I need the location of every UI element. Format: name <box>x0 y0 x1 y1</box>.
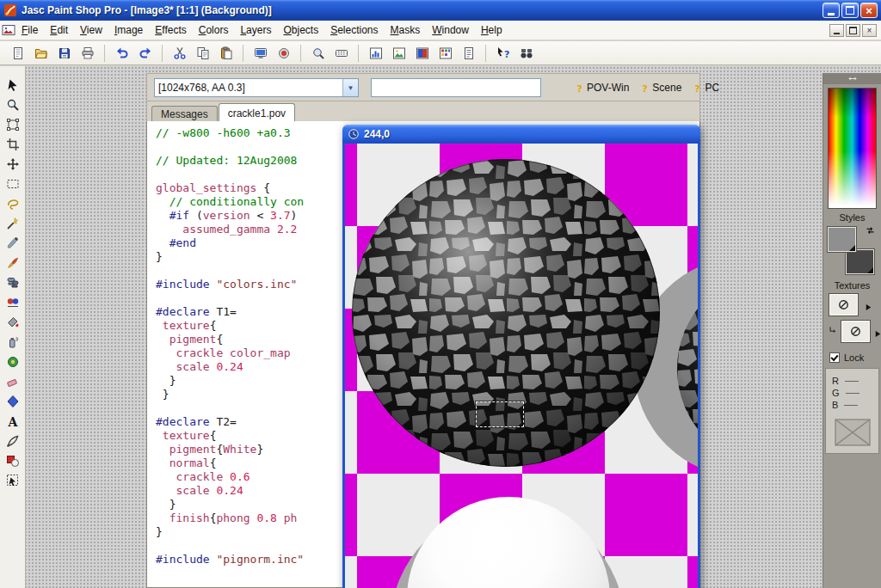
swap-colors-icon[interactable] <box>865 225 877 237</box>
image-window-titlebar[interactable]: 244,0 <box>342 125 700 144</box>
flood-fill-tool[interactable] <box>2 312 24 332</box>
layers-button[interactable] <box>434 43 456 64</box>
menu-layers[interactable]: Layers <box>234 21 277 39</box>
foreground-style-swatch[interactable] <box>828 227 856 252</box>
close-button[interactable]: × <box>860 3 878 18</box>
flyout-arrow-icon[interactable] <box>873 327 881 336</box>
background-texture-swatch[interactable] <box>841 321 870 342</box>
object-selector-tool[interactable] <box>2 470 24 490</box>
paintbrush-tool[interactable] <box>2 253 24 273</box>
color-replacer-tool[interactable] <box>2 292 24 312</box>
scene-button[interactable]: ?Scene <box>638 82 683 95</box>
new-button[interactable] <box>7 43 28 64</box>
script-button[interactable] <box>458 43 479 64</box>
menu-file[interactable]: File <box>15 21 44 39</box>
chevron-down-icon[interactable]: ▼ <box>342 79 358 96</box>
minimize-button[interactable] <box>822 3 840 18</box>
zoom-tool[interactable] <box>2 95 24 114</box>
copy-button[interactable] <box>192 43 213 64</box>
tools-palette: A <box>0 66 26 588</box>
materials-palette: Styles Textures Lock R G B <box>822 73 881 588</box>
menu-view[interactable]: View <box>74 21 108 39</box>
povray-buttons: ?POV-Win?Scene?PC <box>572 78 721 97</box>
channel-value-line <box>845 381 859 382</box>
airbrush-tool[interactable] <box>2 332 24 352</box>
freehand-tool[interactable] <box>2 193 24 213</box>
menu-effects[interactable]: Effects <box>149 21 192 39</box>
paste-button[interactable] <box>215 43 237 64</box>
titlebar[interactable]: Jasc Paint Shop Pro - [Image3* [1:1] (Ba… <box>0 0 881 21</box>
preset-shapes-tool[interactable] <box>2 450 24 470</box>
menu-selections[interactable]: Selections <box>324 21 384 39</box>
restore-button[interactable] <box>841 3 859 18</box>
pan-tool[interactable] <box>2 75 24 95</box>
menu-window[interactable]: Window <box>426 21 475 39</box>
color-picker[interactable] <box>828 88 877 209</box>
render-preset-select[interactable]: [1024x768, AA 0.3] ▼ <box>154 78 359 97</box>
palette-resize-handle[interactable] <box>823 73 881 84</box>
foreground-texture-swatch[interactable] <box>829 294 858 315</box>
print-button[interactable] <box>77 43 98 64</box>
twain-button[interactable] <box>273 43 294 64</box>
render-canvas[interactable] <box>345 144 698 588</box>
background-eraser-tool[interactable] <box>2 391 24 411</box>
open-button[interactable] <box>30 43 52 64</box>
restore-icon <box>849 27 857 34</box>
browse-button[interactable] <box>515 43 537 64</box>
workspace: A [1024x768, AA 0.3] ▼ ?POV-Win?Scene?PC… <box>0 66 881 588</box>
grid-icon <box>335 46 348 60</box>
flyout-arrow-icon[interactable] <box>864 300 873 309</box>
text-tool[interactable]: A <box>2 411 24 431</box>
pc-button[interactable]: ?PC <box>690 82 721 95</box>
capture-button[interactable] <box>250 43 271 64</box>
magic-wand-tool[interactable] <box>2 213 24 233</box>
pov-win-button[interactable]: ?POV-Win <box>572 82 631 95</box>
null-texture-icon <box>849 325 862 338</box>
mdi-minimize-button[interactable] <box>829 24 844 37</box>
pen-tool[interactable] <box>2 431 24 450</box>
menu-objects[interactable]: Objects <box>277 21 324 39</box>
move-icon <box>6 157 20 171</box>
menu-masks[interactable]: Masks <box>385 21 427 39</box>
svg-text:?: ? <box>643 82 649 94</box>
tab-crackle1-pov[interactable]: crackle1.pov <box>219 103 295 121</box>
selection-marquee[interactable] <box>476 401 524 427</box>
tab-messages[interactable]: Messages <box>151 106 218 121</box>
background-style-swatch[interactable] <box>846 249 874 274</box>
help-button[interactable]: ? <box>492 43 514 64</box>
command-line-input[interactable] <box>371 78 541 97</box>
mdi-close-button[interactable]: × <box>862 24 877 37</box>
crop-tool[interactable] <box>2 134 24 154</box>
histogram-button[interactable] <box>365 43 386 64</box>
redo-button[interactable] <box>134 43 156 64</box>
menu-colors[interactable]: Colors <box>193 21 235 39</box>
materials-button[interactable] <box>411 43 433 64</box>
window-title: Jasc Paint Shop Pro - [Image3* [1:1] (Ba… <box>22 4 822 16</box>
preview-button[interactable] <box>307 43 329 64</box>
undo-button[interactable] <box>111 43 132 64</box>
minimize-icon <box>834 33 840 34</box>
menu-help[interactable]: Help <box>475 21 508 39</box>
cut-button[interactable] <box>169 43 190 64</box>
dropper-tool[interactable] <box>2 233 24 253</box>
help-q-icon: ? <box>574 82 585 95</box>
grid-button[interactable] <box>330 43 352 64</box>
deform-tool[interactable] <box>2 114 24 134</box>
toolbar-separator <box>300 45 301 62</box>
selection-tool[interactable] <box>2 174 24 193</box>
button-label: POV-Win <box>587 82 629 94</box>
mdi-restore-button[interactable] <box>846 24 860 37</box>
save-button[interactable] <box>53 43 75 64</box>
menu-image[interactable]: Image <box>108 21 149 39</box>
button-label: Scene <box>652 82 681 94</box>
editor-tabs: Messagescrackle1.pov <box>146 101 700 121</box>
no-color-preview <box>835 419 871 446</box>
picture-tube-tool[interactable] <box>2 352 24 371</box>
menu-edit[interactable]: Edit <box>44 21 74 39</box>
channel-row: B <box>832 399 872 411</box>
clone-tool[interactable] <box>2 273 24 292</box>
overview-button[interactable] <box>388 43 410 64</box>
move-tool[interactable] <box>2 154 24 174</box>
lock-checkbox[interactable] <box>829 352 840 363</box>
eraser-tool[interactable] <box>2 371 24 391</box>
